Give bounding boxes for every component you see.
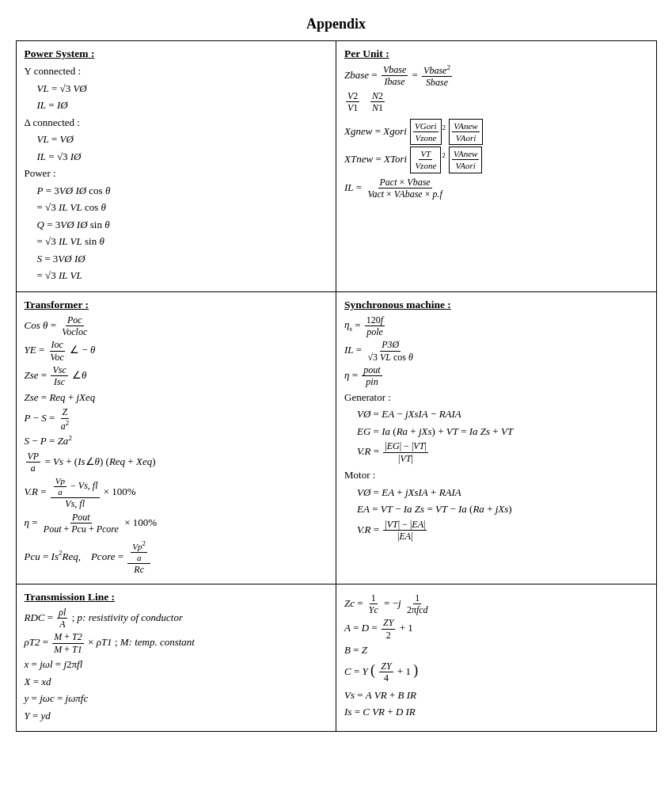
power-system-section: Power System : Y connected : VL = √3 VØ … xyxy=(16,41,336,292)
transmission-section: Transmission Line : RDC = ρlA ; p: resis… xyxy=(16,584,336,732)
page-title: Appendix xyxy=(306,16,366,32)
transmission-content: RDC = ρlA ; p: resistivity of conductor … xyxy=(25,607,328,724)
transformer-title: Transformer : xyxy=(25,299,328,311)
transmission-title: Transmission Line : xyxy=(25,591,328,603)
main-table: Power System : Y connected : VL = √3 VØ … xyxy=(16,40,657,732)
abcd-section: Zc = 1Yc = −j 12πfcd A = D = ZY2 + 1 B =… xyxy=(336,584,657,732)
y-connected-label: Y connected : xyxy=(25,63,328,79)
per-unit-section: Per Unit : Zbase = VbaseIbase = Vbase2Sb… xyxy=(336,41,657,292)
transformer-content: Cos θ = PocVocloc YE = IocVoc ∠ − θ Zse … xyxy=(25,314,328,576)
transformer-section: Transformer : Cos θ = PocVocloc YE = Ioc… xyxy=(16,291,336,584)
per-unit-title: Per Unit : xyxy=(344,48,648,60)
power-system-content: Y connected : VL = √3 VØ IL = IØ Δ conne… xyxy=(25,63,328,284)
abcd-content: Zc = 1Yc = −j 12πfcd A = D = ZY2 + 1 B =… xyxy=(344,592,648,720)
per-unit-content: Zbase = VbaseIbase = Vbase2Sbase V2V1 N2… xyxy=(344,63,648,200)
power-system-title: Power System : xyxy=(25,48,328,60)
synchronous-title: Synchronous machine : xyxy=(344,299,648,311)
synchronous-section: Synchronous machine : ηs = 120fpole IL =… xyxy=(336,291,657,584)
synchronous-content: ηs = 120fpole IL = P3Ø√3 VL cos θ η = po… xyxy=(344,314,648,543)
